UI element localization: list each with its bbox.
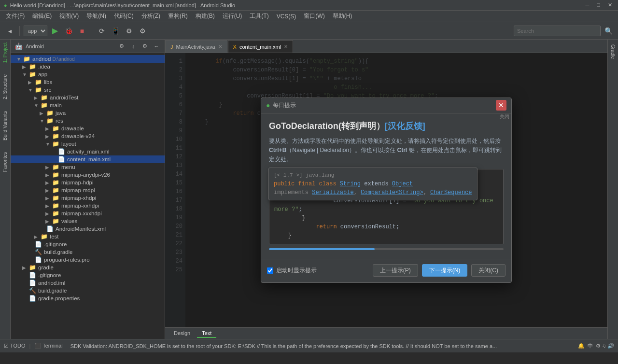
tab-design[interactable]: Design — [169, 329, 195, 338]
tree-item-gradle-properties[interactable]: ▶ 📄 gradle.properties — [11, 294, 165, 302]
tooltip-string-link[interactable]: String — [340, 181, 361, 187]
tree-item-activity-main-xml[interactable]: ▶ 📄 activity_main.xml — [11, 148, 165, 155]
tree-item-root[interactable]: ▼ 📁 andriod D:\andriod — [11, 55, 165, 63]
tree-item-src[interactable]: ▼ 📁 src — [11, 86, 165, 94]
run-btn[interactable]: ▶ — [49, 25, 61, 37]
maximize-btn[interactable]: □ — [595, 2, 602, 8]
tree-item-andriod-iml[interactable]: ▶ 📄 andriod.iml — [11, 279, 165, 287]
tree-item-mipmap-xxhdpi[interactable]: ▶ 📁 mipmap-xxhdpi — [11, 202, 165, 210]
tab-content-main-xml[interactable]: X content_main.xml ✕ — [228, 40, 294, 53]
menu-item-navigate[interactable]: 导航(N) — [83, 11, 110, 21]
show-on-startup-checkbox[interactable] — [267, 267, 273, 274]
tree-item-layout[interactable]: ▼ 📁 layout — [11, 140, 165, 148]
tree-item-mipmap-xhdpi[interactable]: ▶ 📁 mipmap-xhdpi — [11, 194, 165, 202]
gradle-folder-icon: 📁 — [29, 264, 37, 271]
tree-item-build-gradle-root[interactable]: ▶ 🔨 build.gradle — [11, 287, 165, 294]
tab-content-main-close[interactable]: ✕ — [284, 44, 288, 49]
close-btn[interactable]: ✕ — [606, 2, 614, 8]
menu-item-code[interactable]: 代码(C) — [110, 11, 138, 21]
tree-item-mipmap-xxxhdpi[interactable]: ▶ 📁 mipmap-xxxhdpi — [11, 210, 165, 217]
status-icon-terminal[interactable]: ⬛ Terminal — [34, 343, 62, 349]
settings-btn[interactable]: ⚙ — [137, 25, 148, 37]
tree-label-root: andriod D:\andriod — [32, 56, 75, 62]
tree-item-java[interactable]: ▶ 📁 java — [11, 109, 165, 117]
stop-btn[interactable]: ■ — [76, 25, 88, 37]
project-close-btn[interactable]: ← — [152, 42, 161, 51]
tree-item-menu[interactable]: ▶ 📁 menu — [11, 163, 165, 171]
tree-item-mipmap-anydpi[interactable]: ▶ 📁 mipmap-anydpi-v26 — [11, 171, 165, 179]
tree-item-drawable[interactable]: ▶ 📁 drawable — [11, 125, 165, 132]
tooltip-charsequence-link[interactable]: CharSequence — [430, 189, 472, 196]
show-on-startup-label[interactable]: 启动时显示提示 — [267, 266, 317, 275]
menu-item-view[interactable]: 视图(V) — [56, 11, 83, 21]
panel-structure-tab[interactable]: 2: Structure — [2, 74, 8, 99]
panel-favorites-tab[interactable]: Favorites — [2, 152, 8, 172]
tree-label-mipmap-xhdpi: mipmap-xhdpi — [61, 195, 96, 201]
tree-item-gradle[interactable]: ▶ 📁 gradle — [11, 264, 165, 271]
menu-item-tools[interactable]: 工具(T) — [246, 11, 272, 21]
tree-item-proguard[interactable]: ▶ 📄 proguard-rules.pro — [11, 256, 165, 264]
toolbar-back-btn[interactable]: ◂ — [4, 25, 15, 37]
tree-item-gitignore-root[interactable]: ▶ 📄 .gitignore — [11, 271, 165, 279]
next-tip-button[interactable]: 下一提示(N) — [422, 264, 468, 277]
tree-item-libs[interactable]: ▶ 📁 libs — [11, 78, 165, 86]
tooltip-serializable-link[interactable]: Serializable — [312, 189, 353, 196]
tree-item-values[interactable]: ▶ 📁 values — [11, 217, 165, 225]
sdk-btn[interactable]: ⚙ — [123, 25, 135, 37]
panel-project-tab[interactable]: 1: Project — [2, 42, 8, 63]
menu-item-run[interactable]: 运行(U) — [219, 11, 246, 21]
right-tab-gradle[interactable]: Gradle — [609, 42, 617, 62]
dialog-footer: 启动时显示提示 上一提示(P) 下一提示(N) 关闭(C) — [261, 260, 511, 282]
tree-item-app[interactable]: ▼ 📁 app — [11, 70, 165, 78]
project-settings-btn[interactable]: ⚙ — [117, 42, 126, 51]
menu-item-refactor[interactable]: 重构(R) — [164, 11, 192, 21]
tree-item-test[interactable]: ▶ 📁 test — [11, 233, 165, 240]
tree-arrow-layout: ▼ — [45, 141, 52, 147]
prev-tip-button[interactable]: 上一提示(P) — [373, 264, 418, 277]
tree-item-androidtest[interactable]: ▶ 📁 androidTest — [11, 94, 165, 101]
code-editor[interactable]: 12345 678910 1112131415 1617181920 21222… — [165, 53, 607, 327]
gitignore-root-icon: 📄 — [29, 272, 37, 279]
toolbar-separator-2 — [92, 26, 92, 36]
dialog-close-button[interactable]: ✕ — [496, 100, 506, 111]
editor-area: J MainActivity.java ✕ X content_main.xml… — [165, 40, 607, 339]
status-notifications[interactable]: 🔔 — [578, 343, 585, 349]
tree-item-mipmap-mdpi[interactable]: ▶ 📁 mipmap-mdpi — [11, 186, 165, 194]
menu-item-vcs[interactable]: VCS(S) — [273, 12, 300, 21]
menu-item-build[interactable]: 构建(B) — [192, 11, 219, 21]
avd-btn[interactable]: 📱 — [110, 25, 121, 37]
menu-item-help[interactable]: 帮助(H) — [329, 11, 356, 21]
project-options-btn[interactable]: ⚙ — [140, 42, 149, 51]
tree-item-content-main-xml[interactable]: ▶ 📄 content_main.xml — [11, 155, 165, 163]
drawable-v24-folder-icon: 📁 — [52, 133, 60, 140]
menu-item-edit[interactable]: 编辑(E) — [28, 11, 56, 21]
tree-label-app: app — [38, 71, 47, 77]
configuration-dropdown[interactable]: app — [24, 26, 47, 36]
search-input[interactable] — [514, 26, 601, 36]
project-gear-btn[interactable]: ↕ — [129, 42, 138, 51]
menu-item-analyze[interactable]: 分析(Z) — [138, 11, 164, 21]
tree-item-drawable-v24[interactable]: ▶ 📁 drawable-v24 — [11, 132, 165, 140]
search-btn[interactable]: 🔍 — [603, 25, 614, 37]
tree-item-idea[interactable]: ▶ 📁 .idea — [11, 63, 165, 70]
minimize-btn[interactable]: ─ — [584, 2, 591, 8]
tree-item-mipmap-hdpi[interactable]: ▶ 📁 mipmap-hdpi — [11, 179, 165, 186]
tree-item-res[interactable]: ▼ 📁 res — [11, 117, 165, 125]
menu-item-window[interactable]: 窗口(W) — [300, 11, 328, 21]
code-line-2: } — [274, 214, 498, 223]
tree-item-build-gradle-app[interactable]: ▶ 🔨 build.gradle — [11, 248, 165, 256]
status-icon-todo[interactable]: ☑ TODO — [4, 343, 25, 349]
panel-build-variants-tab[interactable]: Build Variants — [2, 111, 8, 140]
tab-mainactivity-java[interactable]: J MainActivity.java ✕ — [165, 40, 227, 53]
tooltip-comparable-link[interactable]: Comparable<String> — [361, 189, 423, 196]
debug-btn[interactable]: 🐞 — [63, 25, 74, 37]
menu-item-file[interactable]: 文件(F) — [2, 11, 28, 21]
tree-item-gitignore-app[interactable]: ▶ 📄 .gitignore — [11, 240, 165, 248]
tooltip-object-link[interactable]: Object — [392, 181, 413, 187]
tab-text[interactable]: Text — [197, 329, 216, 338]
tree-item-manifest[interactable]: ▶ 📄 AndroidManifest.xml — [11, 225, 165, 233]
gradle-sync-btn[interactable]: ⟳ — [96, 25, 108, 37]
tree-item-main[interactable]: ▼ 📁 main — [11, 101, 165, 109]
tab-mainactivity-close[interactable]: ✕ — [218, 44, 222, 49]
close-dialog-button[interactable]: 关闭(C) — [471, 264, 506, 277]
